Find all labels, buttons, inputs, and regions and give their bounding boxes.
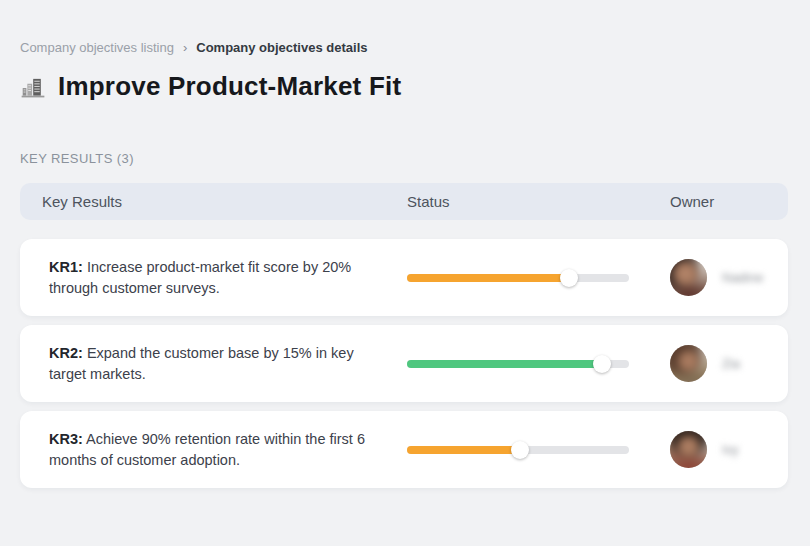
kr-text: Increase product-market fit score by 20%…: [49, 259, 351, 296]
breadcrumb: Company objectives listing › Company obj…: [20, 0, 788, 55]
avatar: [670, 345, 707, 382]
owner-cell: Zia: [650, 345, 788, 382]
kr-text: Achieve 90% retention rate within the fi…: [49, 431, 365, 468]
column-header-owner: Owner: [650, 193, 788, 210]
breadcrumb-item-listing[interactable]: Company objectives listing: [20, 40, 174, 55]
owner-name: Nadine: [722, 270, 763, 285]
slider-knob[interactable]: [593, 355, 611, 373]
owner-name: Ivy: [722, 442, 739, 457]
avatar: [670, 431, 707, 468]
kr-text: Expand the customer base by 15% in key t…: [49, 345, 354, 382]
table-row[interactable]: KR2: Expand the customer base by 15% in …: [20, 325, 788, 402]
status-cell: [392, 355, 650, 373]
key-results-count-label: KEY RESULTS (3): [20, 151, 788, 166]
kr-label: KR3:: [49, 431, 83, 447]
key-results-list: KR1: Increase product-market fit score b…: [20, 239, 788, 488]
breadcrumb-item-details: Company objectives details: [196, 40, 367, 55]
table-header: Key Results Status Owner: [20, 183, 788, 220]
objective-details-page: Company objectives listing › Company obj…: [0, 0, 810, 488]
progress-slider[interactable]: [407, 441, 629, 459]
kr-description: KR2: Expand the customer base by 15% in …: [20, 343, 392, 385]
status-cell: [392, 441, 650, 459]
owner-cell: Nadine: [650, 259, 788, 296]
table-row[interactable]: KR1: Increase product-market fit score b…: [20, 239, 788, 316]
slider-fill: [407, 360, 602, 368]
progress-slider[interactable]: [407, 355, 629, 373]
slider-fill: [407, 446, 520, 454]
owner-cell: Ivy: [650, 431, 788, 468]
column-header-key-results: Key Results: [20, 193, 392, 210]
kr-description: KR1: Increase product-market fit score b…: [20, 257, 392, 299]
page-title: Improve Product-Market Fit: [58, 71, 401, 102]
kr-label: KR2:: [49, 345, 83, 361]
kr-description: KR3: Achieve 90% retention rate within t…: [20, 429, 392, 471]
status-cell: [392, 269, 650, 287]
chevron-right-icon: ›: [183, 40, 187, 55]
progress-slider[interactable]: [407, 269, 629, 287]
avatar: [670, 259, 707, 296]
kr-label: KR1:: [49, 259, 83, 275]
objective-title-row: Improve Product-Market Fit: [20, 71, 788, 102]
slider-fill: [407, 274, 569, 282]
slider-knob[interactable]: [560, 269, 578, 287]
column-header-status: Status: [392, 193, 650, 210]
slider-knob[interactable]: [511, 441, 529, 459]
table-row[interactable]: KR3: Achieve 90% retention rate within t…: [20, 411, 788, 488]
owner-name: Zia: [722, 356, 740, 371]
city-buildings-icon: [20, 74, 46, 100]
